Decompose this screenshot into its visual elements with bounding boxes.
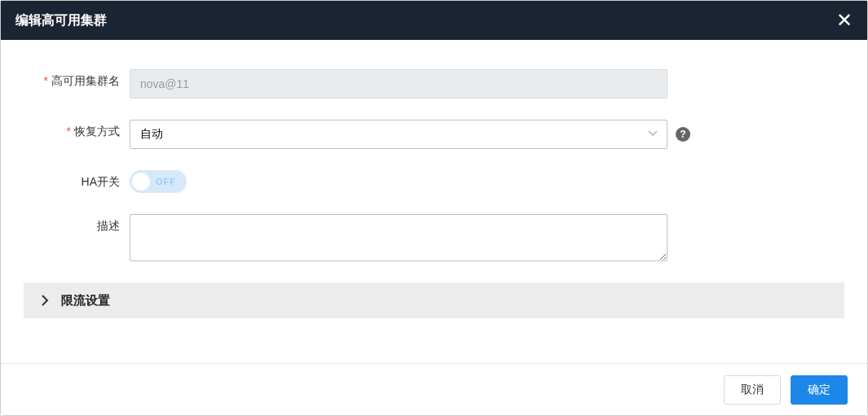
- required-mark: *: [67, 125, 71, 138]
- recovery-mode-select[interactable]: 自动: [130, 120, 668, 149]
- rate-limit-title: 限流设置: [61, 293, 110, 309]
- required-mark: *: [44, 74, 48, 87]
- control-description: [130, 214, 692, 261]
- cancel-button[interactable]: 取消: [724, 375, 781, 405]
- toggle-state-text: OFF: [156, 177, 176, 186]
- control-recovery-mode: 自动 ?: [130, 120, 692, 149]
- modal-footer: 取消 确定: [1, 363, 867, 415]
- label-ha-switch: HA开关: [24, 170, 130, 190]
- rate-limit-collapse[interactable]: 限流设置: [24, 282, 844, 318]
- row-recovery-mode: *恢复方式 自动 ?: [24, 120, 844, 149]
- description-textarea[interactable]: [130, 214, 668, 261]
- label-description: 描述: [24, 214, 130, 234]
- modal-header: 编辑高可用集群 ✕: [1, 1, 867, 40]
- control-ha-switch: OFF: [130, 170, 692, 193]
- edit-ha-cluster-modal: 编辑高可用集群 ✕ *高可用集群名 *恢复方式 自动: [0, 0, 868, 416]
- confirm-button[interactable]: 确定: [791, 375, 848, 405]
- toggle-knob: [132, 173, 150, 190]
- label-recovery-mode-text: 恢复方式: [74, 125, 120, 138]
- row-ha-switch: HA开关 OFF: [24, 170, 844, 193]
- control-cluster-name: [130, 69, 692, 99]
- label-cluster-name-text: 高可用集群名: [51, 74, 120, 87]
- modal-title: 编辑高可用集群: [15, 12, 107, 29]
- recovery-mode-selected: 自动: [130, 120, 668, 149]
- cluster-name-input: [130, 69, 668, 99]
- close-icon[interactable]: ✕: [836, 11, 853, 30]
- label-cluster-name: *高可用集群名: [24, 69, 130, 89]
- row-description: 描述: [24, 214, 844, 261]
- chevron-right-icon: [40, 295, 50, 306]
- row-cluster-name: *高可用集群名: [24, 69, 844, 99]
- recovery-mode-value: 自动: [140, 127, 163, 142]
- modal-body: *高可用集群名 *恢复方式 自动 ?: [1, 40, 867, 363]
- ha-switch-toggle[interactable]: OFF: [130, 170, 187, 193]
- help-icon[interactable]: ?: [676, 127, 690, 142]
- label-recovery-mode: *恢复方式: [24, 120, 130, 139]
